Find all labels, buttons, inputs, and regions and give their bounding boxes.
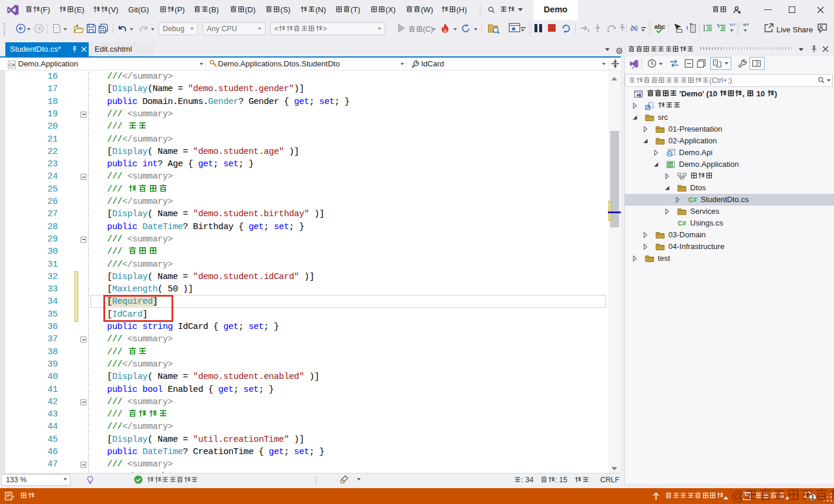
svg-text:C#: C# xyxy=(668,163,673,167)
svg-text:C#: C# xyxy=(9,62,15,68)
svg-text:C#: C# xyxy=(678,220,686,227)
svg-text:C#: C# xyxy=(688,196,697,203)
